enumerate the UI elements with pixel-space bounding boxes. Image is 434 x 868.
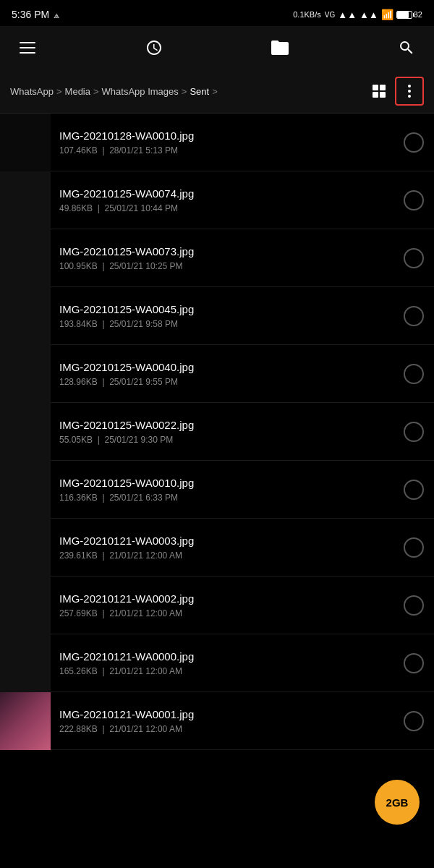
file-select-checkbox[interactable] <box>404 132 424 153</box>
file-thumbnail <box>0 519 51 576</box>
file-info: IMG-20210121-WA0001.jpg 222.88KB | 21/01… <box>51 708 404 734</box>
file-thumb-area <box>0 345 51 403</box>
more-options-icon <box>408 85 411 98</box>
file-name: IMG-20210125-WA0040.jpg <box>59 361 395 373</box>
file-meta: 128.96KB | 25/01/21 9:55 PM <box>59 377 395 387</box>
file-info: IMG-20210121-WA0000.jpg 165.26KB | 21/01… <box>51 650 404 676</box>
file-info: IMG-20210125-WA0040.jpg 128.96KB | 25/01… <box>51 361 404 387</box>
network-type: VG <box>325 11 335 19</box>
top-nav <box>0 26 434 69</box>
file-name: IMG-20210121-WA0002.jpg <box>59 592 395 605</box>
file-meta: 257.69KB | 21/01/21 12:00 AM <box>59 608 395 618</box>
list-item[interactable]: IMG-20210125-WA0074.jpg 49.86KB | 25/01/… <box>0 171 434 229</box>
file-info: IMG-20210121-WA0002.jpg 257.69KB | 21/01… <box>51 592 404 618</box>
file-name: IMG-20210125-WA0045.jpg <box>59 303 395 315</box>
list-item[interactable]: IMG-20210121-WA0003.jpg 239.61KB | 21/01… <box>0 519 434 576</box>
file-thumb-area <box>0 576 51 634</box>
hamburger-menu-button[interactable] <box>14 35 41 61</box>
search-button[interactable] <box>393 35 420 61</box>
file-thumb-area <box>0 287 51 345</box>
file-thumb-area <box>0 519 51 576</box>
file-select-checkbox[interactable] <box>404 537 424 558</box>
file-thumb-area <box>0 229 51 287</box>
file-name: IMG-20210125-WA0074.jpg <box>59 187 395 200</box>
file-thumbnail <box>0 345 51 403</box>
grid-view-button[interactable] <box>366 78 392 104</box>
file-select-checkbox[interactable] <box>404 306 424 326</box>
signal-icon: ▲▲ <box>338 9 357 20</box>
file-select-checkbox[interactable] <box>404 190 424 210</box>
list-item[interactable]: IMG-20210125-WA0073.jpg 100.95KB | 25/01… <box>0 229 434 287</box>
file-meta: 55.05KB | 25/01/21 9:30 PM <box>59 435 395 445</box>
signal-icon-2: ▲▲ <box>359 9 378 20</box>
file-meta: 165.26KB | 21/01/21 12:00 AM <box>59 666 395 676</box>
file-thumb-area <box>0 114 51 171</box>
file-thumb-area <box>0 461 51 519</box>
file-name: IMG-20210125-WA0010.jpg <box>59 477 395 489</box>
file-info: IMG-20210125-WA0010.jpg 116.36KB | 25/01… <box>51 477 404 503</box>
file-thumbnail <box>0 171 51 229</box>
file-select-checkbox[interactable] <box>404 364 424 384</box>
list-item[interactable]: IMG-20210128-WA0010.jpg 107.46KB | 28/01… <box>0 114 434 171</box>
backup-icon: ⟁ <box>54 9 59 20</box>
file-meta: 107.46KB | 28/01/21 5:13 PM <box>59 145 395 156</box>
file-thumbnail <box>0 634 51 692</box>
status-right: 0.1KB/s VG ▲▲ ▲▲ 📶 32 <box>293 9 422 20</box>
storage-fab[interactable]: 2GB <box>375 780 420 825</box>
file-select-checkbox[interactable] <box>404 653 424 673</box>
file-select-checkbox[interactable] <box>404 595 424 616</box>
search-icon <box>398 39 415 56</box>
folder-icon <box>270 39 290 56</box>
file-select-checkbox[interactable] <box>404 711 424 731</box>
battery-display: 32 <box>396 10 422 19</box>
file-thumb-area <box>0 403 51 461</box>
file-name: IMG-20210121-WA0003.jpg <box>59 535 395 547</box>
file-thumb-area <box>0 692 51 750</box>
more-options-button[interactable] <box>395 77 424 106</box>
breadcrumb-sent[interactable]: Sent <box>190 86 209 97</box>
file-select-checkbox[interactable] <box>404 248 424 268</box>
folder-button[interactable] <box>267 35 293 61</box>
file-thumbnail <box>0 692 51 750</box>
file-meta: 49.86KB | 25/01/21 10:44 PM <box>59 203 395 213</box>
breadcrumb-actions <box>366 77 424 106</box>
file-thumb-area <box>0 634 51 692</box>
list-item[interactable]: IMG-20210121-WA0000.jpg 165.26KB | 21/01… <box>0 634 434 692</box>
wifi-icon: 📶 <box>381 9 393 20</box>
hamburger-icon <box>20 42 35 54</box>
file-info: IMG-20210125-WA0074.jpg 49.86KB | 25/01/… <box>51 187 404 213</box>
file-thumbnail <box>0 403 51 461</box>
file-thumb-area <box>0 171 51 229</box>
battery-icon <box>396 11 412 19</box>
file-info: IMG-20210121-WA0003.jpg 239.61KB | 21/01… <box>51 535 404 561</box>
list-item[interactable]: IMG-20210125-WA0010.jpg 116.36KB | 25/01… <box>0 461 434 519</box>
file-thumbnail <box>0 576 51 634</box>
file-thumbnail <box>0 287 51 345</box>
status-left: 5:36 PM ⟁ <box>12 9 59 20</box>
list-item[interactable]: IMG-20210125-WA0045.jpg 193.84KB | 25/01… <box>0 287 434 345</box>
list-item[interactable]: IMG-20210125-WA0040.jpg 128.96KB | 25/01… <box>0 345 434 403</box>
file-meta: 239.61KB | 21/01/21 12:00 AM <box>59 550 395 561</box>
history-button[interactable] <box>141 35 167 61</box>
file-select-checkbox[interactable] <box>404 422 424 442</box>
list-item[interactable]: IMG-20210125-WA0022.jpg 55.05KB | 25/01/… <box>0 403 434 461</box>
clock-icon <box>145 39 163 56</box>
time-display: 5:36 PM <box>12 9 49 20</box>
file-thumbnail <box>0 461 51 519</box>
breadcrumb-images[interactable]: WhatsApp Images <box>102 86 179 97</box>
file-name: IMG-20210125-WA0073.jpg <box>59 245 395 258</box>
file-info: IMG-20210125-WA0022.jpg 55.05KB | 25/01/… <box>51 419 404 445</box>
file-select-checkbox[interactable] <box>404 480 424 500</box>
breadcrumb-whatsapp[interactable]: WhatsApp <box>10 86 54 97</box>
file-info: IMG-20210128-WA0010.jpg 107.46KB | 28/01… <box>51 129 404 156</box>
file-name: IMG-20210125-WA0022.jpg <box>59 419 395 431</box>
breadcrumb-media[interactable]: Media <box>65 86 90 97</box>
file-name: IMG-20210121-WA0000.jpg <box>59 650 395 663</box>
file-meta: 222.88KB | 21/01/21 12:00 AM <box>59 724 395 734</box>
status-bar: 5:36 PM ⟁ 0.1KB/s VG ▲▲ ▲▲ 📶 32 <box>0 0 434 26</box>
list-item[interactable]: IMG-20210121-WA0001.jpg 222.88KB | 21/01… <box>0 692 434 750</box>
file-info: IMG-20210125-WA0073.jpg 100.95KB | 25/01… <box>51 245 404 271</box>
file-meta: 193.84KB | 25/01/21 9:58 PM <box>59 319 395 329</box>
list-item[interactable]: IMG-20210121-WA0002.jpg 257.69KB | 21/01… <box>0 576 434 634</box>
file-thumbnail <box>0 229 51 287</box>
